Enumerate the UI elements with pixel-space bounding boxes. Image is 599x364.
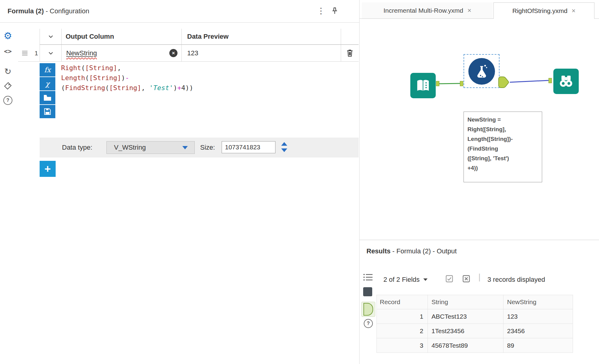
results-panel-view-icon[interactable]	[363, 287, 372, 296]
size-spinner-up-icon[interactable]	[281, 142, 287, 146]
help-question-glyph: ?	[3, 96, 12, 105]
results-top-divider[interactable]	[360, 240, 599, 240]
data-preview-value: 123	[187, 49, 198, 57]
size-label: Size:	[200, 144, 215, 151]
formula-output-anchor[interactable]	[498, 76, 510, 89]
results-title-suffix: - Formula (2) - Output	[390, 247, 457, 255]
input-data-tool[interactable]	[410, 73, 436, 98]
dropdown-caret-icon	[182, 146, 188, 149]
tab-label: RightOfString.yxmd	[513, 7, 568, 15]
result-row[interactable]: 21Test2345623456	[377, 324, 573, 338]
result-cell: 3	[377, 338, 428, 353]
code-view-icon[interactable]: <>	[2, 46, 13, 57]
open-expression-button[interactable]	[40, 91, 55, 104]
help-question-glyph: ?	[364, 319, 373, 328]
browse-input-anchor[interactable]	[549, 78, 552, 83]
results-panel-title: Results - Formula (2) - Output	[366, 247, 457, 255]
result-cell: 1	[377, 309, 428, 324]
folder-icon	[44, 94, 51, 101]
select-all-fields-icon[interactable]	[445, 275, 454, 284]
input-output-anchor[interactable]	[436, 81, 439, 86]
grid-header-output-column: Output Column	[62, 29, 182, 45]
formula-expression-editor[interactable]: Right([String],Length([String])-(FindStr…	[61, 63, 339, 93]
result-cell: 45678Test89	[428, 338, 503, 353]
deselect-fields-icon[interactable]	[462, 275, 470, 284]
output-column-name-text: NewString	[66, 49, 97, 57]
row-number: 1	[31, 45, 40, 62]
output-column-name-field[interactable]: NewString ×	[62, 45, 182, 62]
results-list-view-icon[interactable]	[363, 273, 373, 283]
tab-incremental-multi-row[interactable]: Incremental Multi-Row.yxmd ×	[362, 2, 493, 18]
alteryx-designer-window: Formula (2) - Configuration ⋮ ⚙ <> ↻ ? O…	[0, 0, 599, 364]
tab-close-icon[interactable]: ×	[572, 7, 576, 15]
grid-header-chevron-cell[interactable]	[40, 29, 62, 45]
results-table-body: 1ABCTest12312321Test2345623456345678Test…	[377, 309, 573, 353]
data-preview-cell: 123	[182, 45, 341, 62]
refresh-circle-icon[interactable]: ↻	[2, 66, 13, 77]
tab-label: Incremental Multi-Row.yxmd	[383, 7, 463, 14]
save-expression-button[interactable]	[40, 105, 55, 118]
output-anchor-icon	[363, 303, 373, 316]
results-column-header[interactable]: String	[428, 295, 503, 309]
results-column-header[interactable]: NewString	[503, 295, 573, 309]
size-spinner-down-icon[interactable]	[281, 148, 287, 152]
output-column-header-label: Output Column	[66, 33, 114, 41]
formula-input-anchor[interactable]	[460, 81, 463, 86]
grid-header-data-preview: Data Preview	[182, 29, 341, 45]
result-cell: 2	[377, 324, 428, 338]
add-expression-button[interactable]: +	[40, 161, 56, 177]
plus-icon: +	[44, 163, 51, 175]
row-drag-handle[interactable]	[18, 45, 31, 62]
drag-handle-icon	[22, 50, 28, 56]
flask-icon	[473, 62, 491, 80]
browse-tool[interactable]	[553, 69, 579, 94]
results-title-bold: Results	[366, 247, 390, 255]
clear-field-icon[interactable]: ×	[169, 49, 177, 57]
tool-annotation[interactable]: NewString =Right([String],Length([String…	[464, 112, 542, 182]
data-preview-header-label: Data Preview	[187, 33, 229, 41]
result-cell: 23456	[503, 324, 573, 338]
config-header-divider	[0, 22, 359, 23]
records-displayed-text: 3 records displayed	[487, 276, 545, 284]
grid-header-actions-cell	[341, 29, 359, 45]
results-table-header[interactable]: RecordStringNewString	[377, 295, 573, 309]
fx-icon: fx	[44, 66, 50, 74]
data-type-value: V_WString	[107, 144, 146, 151]
chevron-down-icon	[48, 35, 53, 38]
help-icon[interactable]: ?	[2, 95, 13, 106]
data-type-dropdown[interactable]: V_WString	[106, 141, 195, 154]
toolbar-separator: |	[478, 272, 480, 282]
insert-function-button[interactable]: fx	[40, 63, 55, 76]
results-column-header[interactable]: Record	[377, 295, 428, 309]
results-table: RecordStringNewString 1ABCTest12312321Te…	[376, 295, 573, 353]
panel-menu-icon[interactable]: ⋮	[317, 6, 325, 16]
tab-right-of-string[interactable]: RightOfString.yxmd ×	[493, 2, 594, 19]
formula-tool[interactable]	[468, 58, 495, 85]
binoculars-icon	[558, 73, 575, 90]
pin-icon[interactable]	[330, 7, 339, 17]
result-cell: 1Test23456	[428, 324, 503, 338]
results-help-icon[interactable]: ?	[364, 319, 373, 328]
dropdown-caret-icon	[423, 278, 428, 281]
book-icon	[415, 77, 431, 94]
result-cell: ABCTest123	[428, 309, 503, 324]
chevron-down-icon	[48, 52, 53, 55]
output-anchor-selector[interactable]	[361, 302, 375, 317]
result-row[interactable]: 345678Test8989	[377, 338, 573, 353]
result-row[interactable]: 1ABCTest123123	[377, 309, 573, 324]
gear-icon[interactable]: ⚙	[2, 30, 13, 41]
row-expand-chevron[interactable]	[40, 45, 62, 62]
tag-icon[interactable]	[2, 80, 13, 91]
config-title-suffix: - Configuration	[44, 7, 89, 15]
size-input[interactable]	[222, 141, 275, 153]
panel-divider[interactable]	[359, 0, 360, 364]
tab-close-icon[interactable]: ×	[467, 7, 471, 15]
config-panel-title: Formula (2) - Configuration	[8, 7, 89, 15]
result-cell: 123	[503, 309, 573, 324]
data-type-bar: Data type: V_WString Size:	[40, 138, 359, 158]
insert-variable-button[interactable]: χ	[40, 77, 55, 90]
delete-row-button[interactable]	[341, 45, 359, 62]
fields-dropdown-label: 2 of 2 Fields	[383, 276, 420, 284]
result-cell: 89	[503, 338, 573, 353]
fields-dropdown[interactable]: 2 of 2 Fields	[383, 274, 428, 286]
